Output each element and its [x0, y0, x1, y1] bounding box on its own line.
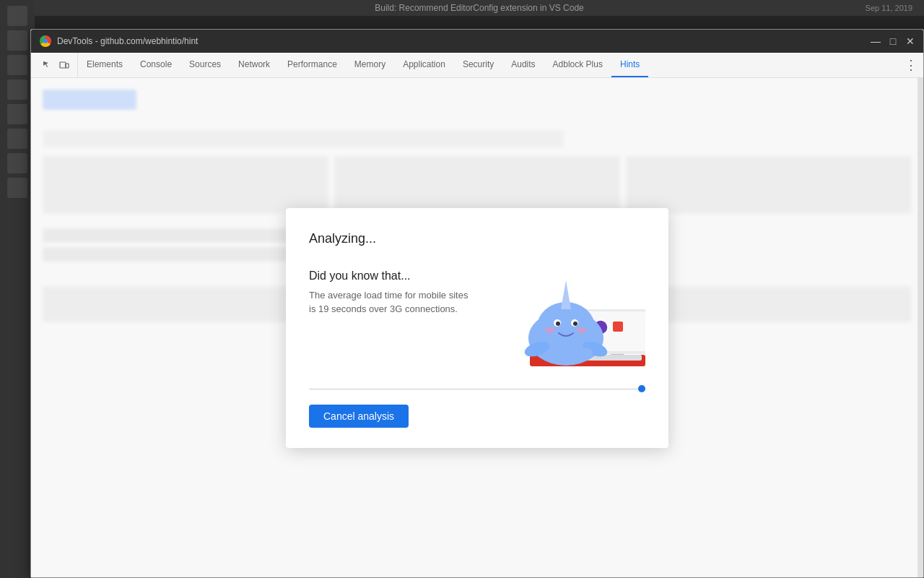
- tab-hints[interactable]: Hints: [611, 53, 648, 77]
- svg-point-16: [573, 322, 578, 326]
- sidebar-icon-1: [7, 6, 27, 26]
- tab-controls: [34, 53, 78, 77]
- narwhal-illustration: [487, 269, 645, 371]
- devtools-main-content: Analyzing... Did you know that... The av…: [31, 78, 923, 577]
- tab-security[interactable]: Security: [454, 53, 502, 77]
- vscode-title-text: Build: Recommend EditorConfig extension …: [375, 3, 584, 13]
- dialog-text: Did you know that... The average load ti…: [309, 269, 475, 316]
- scrollbar[interactable]: [918, 78, 923, 577]
- window-titlebar: DevTools - github.com/webhintio/hint — □…: [31, 30, 923, 53]
- tab-sources[interactable]: Sources: [180, 53, 230, 77]
- tab-audits[interactable]: Audits: [502, 53, 544, 77]
- sidebar-icon-5: [7, 104, 27, 124]
- bg-cell-3: [626, 156, 912, 214]
- svg-point-17: [545, 327, 555, 333]
- tab-network[interactable]: Network: [230, 53, 279, 77]
- dialog-fact-body: The average load time for mobile sitesis…: [309, 288, 475, 316]
- sidebar-icon-6: [7, 129, 27, 149]
- tab-application[interactable]: Application: [394, 53, 454, 77]
- sidebar-icon-4: [7, 79, 27, 100]
- bg-row-1: [43, 130, 564, 147]
- window-controls: — □ ✕: [871, 37, 915, 46]
- progress-bar-container: [309, 388, 645, 390]
- device-toolbar-button[interactable]: [57, 58, 71, 72]
- tab-list: Elements Console Sources Network Perform…: [78, 53, 899, 77]
- cancel-analysis-button[interactable]: Cancel analysis: [309, 405, 409, 428]
- sidebar-icon-3: [7, 55, 27, 75]
- date-display: Sep 11, 2019: [866, 4, 912, 12]
- window-title: DevTools - github.com/webhintio/hint: [57, 36, 198, 46]
- svg-rect-0: [60, 62, 66, 68]
- analysis-dialog: Analyzing... Did you know that... The av…: [286, 208, 668, 448]
- sidebar-icon-2: [7, 30, 27, 51]
- minimize-button[interactable]: —: [871, 37, 880, 46]
- svg-rect-8: [613, 322, 623, 332]
- tab-elements[interactable]: Elements: [78, 53, 131, 77]
- tab-adblock[interactable]: Adblock Plus: [544, 53, 611, 77]
- chrome-icon: [40, 35, 51, 47]
- maximize-button[interactable]: □: [889, 37, 897, 46]
- svg-marker-12: [561, 280, 571, 309]
- inspect-element-button[interactable]: [40, 58, 54, 72]
- bg-accent-row: [43, 90, 136, 110]
- bg-cell-2: [334, 156, 620, 214]
- close-button[interactable]: ✕: [906, 37, 915, 46]
- svg-rect-1: [66, 64, 69, 68]
- bg-cell-6: [626, 286, 912, 322]
- sidebar-icon-7: [7, 153, 27, 173]
- bg-grid: [43, 156, 912, 214]
- dialog-fact-title: Did you know that...: [309, 269, 475, 282]
- bg-cell-1: [43, 156, 328, 214]
- dialog-title: Analyzing...: [309, 231, 645, 246]
- progress-indicator: [638, 385, 645, 392]
- more-tabs-button[interactable]: ⋮: [899, 53, 923, 77]
- tab-performance[interactable]: Performance: [279, 53, 346, 77]
- dialog-body: Did you know that... The average load ti…: [309, 269, 645, 371]
- vscode-sidebar: [0, 0, 35, 578]
- vscode-title-bar: Build: Recommend EditorConfig extension …: [35, 0, 924, 16]
- titlebar-left: DevTools - github.com/webhintio/hint: [40, 35, 198, 47]
- progress-fill: [309, 388, 645, 390]
- tab-console[interactable]: Console: [131, 53, 180, 77]
- sidebar-icon-8: [7, 178, 27, 198]
- svg-point-18: [577, 327, 587, 333]
- svg-point-22: [575, 348, 593, 358]
- progress-track: [309, 388, 645, 390]
- devtools-window: DevTools - github.com/webhintio/hint — □…: [30, 29, 924, 578]
- devtools-tabbar: Elements Console Sources Network Perform…: [31, 53, 923, 78]
- tab-memory[interactable]: Memory: [346, 53, 394, 77]
- svg-point-15: [556, 322, 560, 326]
- svg-point-21: [554, 348, 571, 358]
